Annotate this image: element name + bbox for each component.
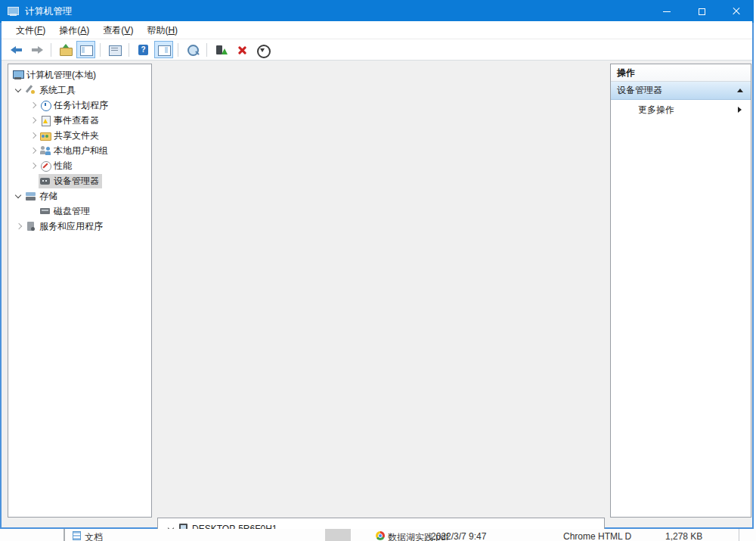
help-button[interactable] [134, 41, 153, 58]
computer-management-icon [12, 69, 25, 81]
sidebar-item[interactable]: 设备管理器 [8, 173, 151, 188]
sidebar-item[interactable]: 本地用户和组 [8, 143, 151, 158]
forward-arrow-icon [30, 44, 44, 56]
sidebar-item[interactable]: 存储 [8, 188, 151, 204]
back-button[interactable] [7, 41, 26, 58]
tree-item-body: 共享文件夹 [39, 129, 102, 143]
tree-item-body: 计算机管理(本地) [11, 68, 99, 82]
tree-item-body: 服务和应用程序 [24, 219, 106, 234]
chevron-collapsed-icon[interactable] [27, 160, 39, 172]
tree-item-label: 系统工具 [38, 84, 76, 97]
uninstall-device-button[interactable] [232, 41, 251, 58]
tree-item-label: 存储 [38, 190, 57, 203]
collapse-icon[interactable] [737, 89, 743, 92]
window-title: 计算机管理 [25, 5, 73, 18]
menu-bar: 文件(F)操作(A)查看(V)帮助(H) [2, 21, 752, 39]
background-file-type: Chrome HTML D [563, 531, 631, 541]
scan-icon [186, 44, 200, 56]
tree-item-label: 事件查看器 [52, 114, 99, 127]
chevron-collapsed-icon[interactable] [27, 145, 39, 157]
tree-item-body: 本地用户和组 [39, 144, 111, 158]
show-action-pane-button[interactable] [154, 41, 173, 58]
more-actions-item[interactable]: 更多操作 [611, 100, 751, 120]
menu-file[interactable]: 文件(F) [9, 21, 52, 39]
computer-management-app-icon [7, 5, 20, 17]
event-viewer-icon [39, 114, 52, 126]
forward-button[interactable] [27, 41, 46, 58]
chevron-collapsed-icon[interactable] [27, 130, 39, 141]
more-actions-label: 更多操作 [638, 104, 674, 117]
tree-item-label: 磁盘管理 [52, 205, 90, 218]
sidebar-item[interactable]: 服务和应用程序 [8, 219, 151, 234]
update-driver-icon [215, 44, 228, 56]
shared-folders-icon [39, 129, 52, 141]
system-tools-icon [25, 84, 38, 96]
disk-management-icon [39, 205, 52, 217]
toolbar-separator [178, 43, 178, 57]
uninstall-icon [235, 44, 249, 56]
back-arrow-icon [10, 44, 23, 56]
sidebar-item[interactable]: 任务计划程序 [8, 98, 151, 113]
background-nav-documents[interactable]: 文档 [85, 531, 103, 541]
action-pane-icon [157, 44, 171, 56]
chevron-expanded-icon[interactable] [13, 191, 24, 202]
chevron-collapsed-icon[interactable] [27, 115, 39, 126]
performance-icon [39, 160, 52, 172]
window-controls [649, 0, 754, 23]
maximize-button[interactable] [684, 0, 719, 23]
submenu-arrow-icon [738, 107, 742, 113]
chevron-collapsed-icon[interactable] [13, 221, 24, 232]
sidebar-item[interactable]: 系统工具 [8, 82, 151, 98]
minimize-button[interactable] [649, 0, 684, 23]
toolbar [2, 39, 752, 61]
update-driver-button[interactable] [212, 41, 231, 58]
properties-button[interactable] [105, 41, 124, 58]
sidebar-item[interactable]: 磁盘管理 [8, 204, 151, 219]
documents-icon [73, 531, 81, 540]
tree-item-body: 事件查看器 [39, 113, 102, 128]
tree-item-label: 任务计划程序 [52, 99, 108, 112]
menu-action[interactable]: 操作(A) [52, 21, 96, 39]
close-button[interactable] [719, 0, 754, 23]
toolbar-separator [129, 43, 129, 57]
toolbar-separator [100, 43, 101, 57]
background-window-strip: 文档 数据湖实践.pdf 2022/3/7 9:47 Chrome HTML D… [0, 529, 756, 541]
tree-item-body: 设备管理器 [39, 174, 102, 188]
background-file-size: 1,278 KB [665, 531, 702, 541]
export-list-icon [59, 44, 73, 56]
scan-hardware-changes-button[interactable] [183, 41, 202, 58]
export-list-button[interactable] [56, 41, 75, 58]
menu-help[interactable]: 帮助(H) [140, 21, 184, 39]
sidebar-item[interactable]: 事件查看器 [8, 113, 151, 128]
sidebar-item[interactable]: 性能 [8, 158, 151, 173]
background-column-block [325, 529, 351, 541]
background-scrollbar-edge [739, 529, 739, 541]
services-icon [25, 220, 38, 232]
properties-icon [108, 44, 122, 56]
sidebar-item[interactable]: 计算机管理(本地) [8, 67, 151, 82]
tree-item-body: 系统工具 [24, 83, 79, 98]
actions-section-label: 设备管理器 [617, 84, 662, 97]
sidebar-item[interactable]: 共享文件夹 [8, 128, 151, 143]
console-tree-icon [79, 44, 93, 56]
actions-panel-title: 操作 [611, 64, 751, 82]
disable-device-button[interactable] [253, 41, 271, 58]
chevron-placeholder [27, 176, 39, 187]
menu-view[interactable]: 查看(V) [96, 21, 140, 39]
tree-item-label: 性能 [52, 160, 72, 173]
local-users-icon [39, 145, 52, 157]
actions-section-device-manager[interactable]: 设备管理器 [611, 82, 751, 100]
show-console-tree-button[interactable] [76, 41, 95, 58]
titlebar: 计算机管理 [0, 0, 754, 23]
console-tree-panel: 计算机管理(本地)系统工具任务计划程序事件查看器共享文件夹本地用户和组性能设备管… [8, 64, 152, 518]
tree-item-label: 本地用户和组 [52, 145, 108, 157]
tree-item-label: 计算机管理(本地) [25, 69, 96, 82]
help-icon [137, 44, 150, 56]
tree-item-label: 设备管理器 [52, 175, 99, 188]
tree-item-body: 性能 [39, 159, 75, 173]
toolbar-separator [206, 43, 207, 57]
device-manager-icon [39, 175, 52, 187]
chevron-expanded-icon[interactable] [13, 85, 24, 96]
chevron-placeholder [27, 206, 39, 217]
chevron-collapsed-icon[interactable] [27, 100, 39, 111]
